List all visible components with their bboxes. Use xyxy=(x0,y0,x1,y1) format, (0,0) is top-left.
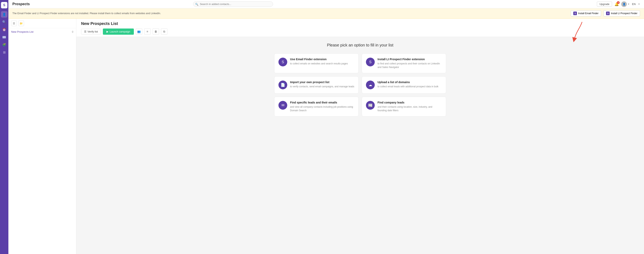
option-desc-company-leads: and their contacts using location, size,… xyxy=(378,105,442,112)
avatar: 👤 xyxy=(621,1,627,7)
search-input[interactable] xyxy=(193,1,273,7)
option-icon-import-list: 📄 xyxy=(278,81,287,89)
search-icon: 🔍 xyxy=(195,2,198,5)
option-title-li-prospect-finder: Install LI Prospect Finder extension xyxy=(378,58,442,61)
option-card-import-list[interactable]: 📄Import your own prospect listto verify … xyxy=(274,76,358,94)
pick-option-title: Please pick an option to fill in your li… xyxy=(327,43,393,47)
option-title-find-leads: Find specific leads and their emails xyxy=(290,101,354,104)
option-desc-email-finder-ext: to collect emails on websites and search… xyxy=(290,62,354,65)
right-panel-toolbar: ☰ Verify list ▶ Launch campaign 👥 ≡ 🗑 ⧉ xyxy=(81,28,639,35)
option-desc-find-leads: and view all company contacts including … xyxy=(290,105,354,112)
sidebar: S 👤 🔍 ⏰ ✉️ 🧩 ⊞ xyxy=(0,0,8,254)
option-icon-li-prospect-finder: S xyxy=(366,58,375,66)
extension-banner: The Email Finder and LI Prospect Finder … xyxy=(8,8,644,18)
option-card-find-leads[interactable]: ✉Find specific leads and their emailsand… xyxy=(274,97,358,117)
option-card-company-leads[interactable]: 📰Find company leadsand their contacts us… xyxy=(362,97,446,117)
option-desc-li-prospect-finder: to find and collect prospects and their … xyxy=(378,62,442,69)
install-li-label: Install LI Prospect Finder xyxy=(611,12,638,15)
sidebar-logo[interactable]: S xyxy=(1,2,8,8)
install-li-prospect-button[interactable]: S Install LI Prospect Finder xyxy=(604,10,640,16)
email-finder-icon: S xyxy=(573,11,577,15)
right-panel-title: New Prospects List xyxy=(81,21,639,26)
option-icon-upload-domains: ☁ xyxy=(366,81,375,89)
search-bar-container: 🔍 xyxy=(193,1,273,7)
option-icon-company-leads: 📰 xyxy=(366,101,375,110)
list-count: 0 xyxy=(72,30,73,33)
page-title: Prospects xyxy=(12,2,30,6)
option-desc-upload-domains: to collect email leads with additional p… xyxy=(378,85,442,88)
verify-list-button[interactable]: ☰ Verify list xyxy=(81,29,101,34)
left-panel-toolbar: ☰ 📁 xyxy=(8,18,76,28)
launch-campaign-button[interactable]: ▶ Launch campaign xyxy=(103,28,134,35)
option-icon-find-leads: ✉ xyxy=(278,101,287,110)
option-title-import-list: Import your own prospect list xyxy=(290,81,354,84)
option-title-upload-domains: Upload a list of domains xyxy=(378,81,442,84)
option-text-li-prospect-finder: Install LI Prospect Finder extensionto f… xyxy=(378,58,442,69)
option-card-email-finder-ext[interactable]: SUse Email Finder extensionto collect em… xyxy=(274,53,358,73)
avatar-area[interactable]: 👤 ▼ xyxy=(621,1,630,7)
right-panel-header: New Prospects List ☰ Verify list ▶ Launc… xyxy=(76,18,644,37)
sidebar-item-integrations[interactable]: 🧩 xyxy=(1,41,8,48)
top-header: Prospects 🔍 Upgrade 🔔 9 👤 ▼ EN ▼ xyxy=(8,0,644,8)
main-area: Prospects 🔍 Upgrade 🔔 9 👤 ▼ EN ▼ The Ema… xyxy=(8,0,644,254)
right-panel: New Prospects List ☰ Verify list ▶ Launc… xyxy=(76,18,644,254)
main-content: Please pick an option to fill in your li… xyxy=(76,37,644,254)
option-title-company-leads: Find company leads xyxy=(378,101,442,104)
sidebar-item-search[interactable]: 🔍 xyxy=(1,19,8,25)
sidebar-item-email[interactable]: ✉️ xyxy=(1,34,8,40)
sidebar-item-dashboard[interactable]: ⊞ xyxy=(1,49,8,55)
header-right: Upgrade 🔔 9 👤 ▼ EN ▼ xyxy=(597,1,640,7)
sidebar-item-tasks[interactable]: ⏰ xyxy=(1,26,8,33)
language-selector[interactable]: EN xyxy=(632,2,636,5)
add-list-icon-btn[interactable]: 📁 xyxy=(18,20,24,26)
filter-icon-btn[interactable]: ☰ xyxy=(11,20,17,26)
install-email-finder-label: Install Email Finder xyxy=(578,12,598,15)
lang-chevron-icon: ▼ xyxy=(638,3,640,5)
play-icon: ▶ xyxy=(106,30,108,33)
notifications-button[interactable]: 🔔 9 xyxy=(614,2,619,6)
notification-badge: 9 xyxy=(617,1,620,4)
options-grid: SUse Email Finder extensionto collect em… xyxy=(274,53,446,117)
option-text-company-leads: Find company leadsand their contacts usi… xyxy=(378,101,442,112)
sidebar-item-prospects[interactable]: 👤 xyxy=(1,11,8,17)
verify-label: Verify list xyxy=(88,30,98,33)
li-prospect-icon: S xyxy=(606,11,610,15)
content-body: ☰ 📁 New Prospects List 0 New Prospects L… xyxy=(8,18,644,254)
delete-button[interactable]: 🗑 xyxy=(152,28,159,35)
option-desc-import-list: to verify contacts, send email campaigns… xyxy=(290,85,354,88)
option-icon-email-finder-ext: S xyxy=(278,58,287,66)
chevron-down-icon: ▼ xyxy=(628,3,630,5)
option-card-upload-domains[interactable]: ☁Upload a list of domainsto collect emai… xyxy=(362,76,446,94)
option-title-email-finder-ext: Use Email Finder extension xyxy=(290,58,354,61)
upgrade-button[interactable]: Upgrade xyxy=(597,1,612,6)
banner-text: The Email Finder and LI Prospect Finder … xyxy=(12,12,568,15)
list-name: New Prospects List xyxy=(11,30,33,33)
option-text-upload-domains: Upload a list of domainsto collect email… xyxy=(378,81,442,88)
verify-icon: ☰ xyxy=(84,30,86,33)
list-item[interactable]: New Prospects List 0 xyxy=(8,28,76,35)
filter-button[interactable]: ≡ xyxy=(144,28,150,35)
left-panel: ☰ 📁 New Prospects List 0 xyxy=(8,18,76,254)
add-contacts-button[interactable]: 👥 xyxy=(136,28,142,35)
option-text-find-leads: Find specific leads and their emailsand … xyxy=(290,101,354,112)
copy-button[interactable]: ⧉ xyxy=(161,28,168,35)
launch-label: Launch campaign xyxy=(110,30,130,33)
option-text-email-finder-ext: Use Email Finder extensionto collect ema… xyxy=(290,58,354,65)
install-email-finder-button[interactable]: S Install Email Finder xyxy=(571,10,601,16)
option-card-li-prospect-finder[interactable]: SInstall LI Prospect Finder extensionto … xyxy=(362,53,446,73)
option-text-import-list: Import your own prospect listto verify c… xyxy=(290,81,354,88)
